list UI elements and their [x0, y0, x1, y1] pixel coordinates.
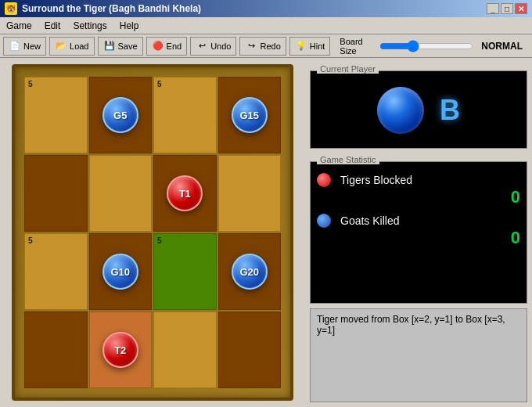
player-letter: B — [440, 94, 460, 127]
board-cell[interactable] — [89, 155, 153, 232]
board-grid: 5G55G15T15G105G20T2 — [24, 77, 281, 388]
board-cell[interactable]: 5 — [24, 233, 88, 310]
maximize-button[interactable]: □ — [501, 3, 513, 14]
menu-help[interactable]: Help — [113, 19, 146, 33]
cell-number: 5 — [28, 236, 33, 245]
tiger-indicator — [317, 173, 331, 187]
app-icon: 🐯 — [5, 2, 17, 15]
title-bar: 🐯 Surround the Tiger (Bagh Bandhi Khela)… — [0, 0, 532, 17]
menu-edit[interactable]: Edit — [38, 19, 67, 33]
board-cell[interactable]: 5 — [24, 77, 88, 153]
menu-game[interactable]: Game — [0, 19, 38, 33]
goats-killed-label: Goats Killed — [340, 214, 520, 227]
new-button[interactable]: 📄 New — [3, 37, 46, 56]
board-cell[interactable] — [153, 312, 217, 388]
tiger-piece[interactable]: T1 — [167, 175, 203, 211]
board-cell[interactable]: G20 — [218, 233, 282, 310]
goat-piece[interactable]: G10 — [102, 254, 138, 290]
window-title: Surround the Tiger (Bagh Bandhi Khela) — [22, 3, 201, 14]
load-button[interactable]: 📂 Load — [49, 37, 94, 56]
board-cell[interactable]: G15 — [218, 77, 282, 153]
board-cell[interactable]: 5 — [153, 77, 217, 153]
window-controls[interactable]: _ □ ✕ — [487, 3, 527, 14]
board-cell[interactable]: G10 — [89, 233, 153, 310]
board-cell[interactable]: T2 — [89, 312, 153, 388]
board-area: 5G55G15T15G105G20T2 — [0, 58, 305, 407]
cell-number: 5 — [28, 80, 33, 88]
end-button[interactable]: 🔴 End — [146, 37, 188, 56]
board-cell[interactable] — [218, 312, 282, 388]
tiger-piece[interactable]: T2 — [102, 332, 138, 368]
save-icon: 💾 — [103, 40, 116, 52]
redo-button[interactable]: ↪ Redo — [239, 37, 286, 56]
statistics-panel: Game Statistic Tigers Blocked 0 Goats Ki… — [310, 161, 527, 304]
load-icon: 📂 — [55, 40, 67, 52]
goat-indicator — [317, 214, 331, 228]
current-player-content: B — [317, 79, 520, 142]
tigers-blocked-value: 0 — [317, 187, 520, 207]
undo-button[interactable]: ↩ Undo — [190, 37, 236, 56]
goats-killed-value: 0 — [317, 228, 520, 248]
board-cell[interactable] — [24, 155, 88, 232]
stats-title: Game Statistic — [317, 155, 379, 164]
undo-icon: ↩ — [196, 40, 208, 52]
goat-piece[interactable]: G5 — [102, 97, 138, 133]
new-icon: 📄 — [9, 40, 21, 52]
normal-label: NORMAL — [481, 41, 529, 52]
menu-bar: Game Edit Settings Help — [0, 17, 532, 34]
board-cell[interactable]: T1 — [153, 155, 217, 232]
tigers-blocked-row: Tigers Blocked — [317, 173, 520, 187]
board-cell[interactable]: G5 — [89, 77, 153, 153]
log-message: Tiger moved from Box [x=2, y=1] to Box [… — [317, 314, 505, 336]
main-content: 5G55G15T15G105G20T2 Current Player B Gam… — [0, 58, 532, 407]
log-area: Tiger moved from Box [x=2, y=1] to Box [… — [310, 308, 527, 402]
current-player-title: Current Player — [317, 64, 379, 74]
tigers-blocked-label: Tigers Blocked — [340, 174, 520, 186]
board-cell[interactable]: 5 — [153, 233, 217, 310]
cell-number: 5 — [157, 236, 162, 245]
end-icon: 🔴 — [152, 40, 164, 52]
save-button[interactable]: 💾 Save — [98, 37, 143, 56]
goats-killed-row: Goats Killed — [317, 214, 520, 228]
menu-settings[interactable]: Settings — [66, 19, 113, 33]
right-panel: Current Player B Game Statistic Tigers B… — [305, 58, 532, 407]
goat-piece[interactable]: G15 — [232, 97, 268, 133]
cell-number: 5 — [157, 80, 162, 88]
board-size-label: Board Size — [340, 37, 372, 56]
redo-icon: ↪ — [245, 40, 257, 52]
toolbar: 📄 New 📂 Load 💾 Save 🔴 End ↩ Undo ↪ Redo … — [0, 34, 532, 58]
hint-button[interactable]: 💡 Hint — [289, 37, 331, 56]
current-player-panel: Current Player B — [310, 70, 527, 149]
close-button[interactable]: ✕ — [515, 3, 527, 14]
board-outer: 5G55G15T15G105G20T2 — [12, 64, 293, 401]
board-cell[interactable] — [24, 312, 88, 388]
hint-icon: 💡 — [295, 40, 307, 52]
minimize-button[interactable]: _ — [487, 3, 499, 14]
board-size-slider[interactable] — [379, 40, 473, 52]
player-ball — [377, 87, 424, 134]
board-cell[interactable] — [218, 155, 282, 232]
goat-piece[interactable]: G20 — [232, 254, 268, 290]
